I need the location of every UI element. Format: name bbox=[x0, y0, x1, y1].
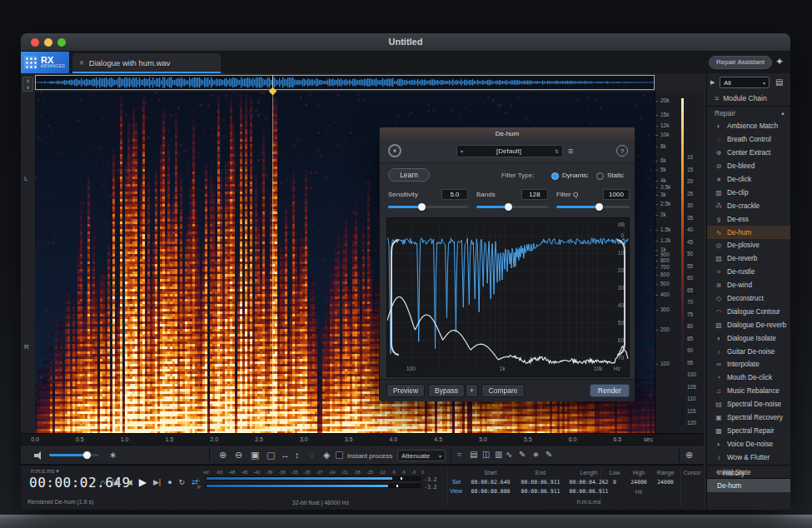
lasso-tool-icon[interactable]: ∿ bbox=[506, 451, 512, 459]
compare-button[interactable]: Compare bbox=[481, 384, 525, 397]
brush-tool-icon[interactable]: ✎ bbox=[519, 451, 526, 459]
learn-button[interactable]: Learn bbox=[388, 168, 430, 182]
filter-type-dynamic-radio[interactable] bbox=[551, 172, 559, 180]
composite-view-icon[interactable]: ▥ bbox=[495, 451, 502, 459]
list-view-icon[interactable]: ▤ bbox=[775, 77, 783, 87]
zoom-fit-icon[interactable]: ▢ bbox=[267, 451, 275, 460]
go-to-start-icon[interactable]: |◀ bbox=[112, 479, 119, 486]
spectrogram-view-icon[interactable]: ▤ bbox=[470, 451, 477, 459]
go-to-end-icon[interactable]: ▶| bbox=[153, 479, 161, 486]
module-item-ambience-match[interactable]: ◐Ambience Match bbox=[707, 120, 790, 133]
preview-button[interactable]: Preview bbox=[386, 384, 425, 397]
filter-q-slider[interactable] bbox=[556, 206, 630, 208]
close-tab-icon[interactable]: × bbox=[79, 58, 84, 67]
volume-slider[interactable] bbox=[49, 454, 99, 456]
module-item-de-wind[interactable]: ≋De-wind bbox=[707, 279, 790, 292]
loop-icon[interactable]: ↻ bbox=[179, 479, 186, 486]
split-view-icon[interactable]: ◫ bbox=[482, 451, 490, 459]
hand-tool-icon[interactable]: ◈ bbox=[323, 451, 330, 460]
zoom-selection-icon[interactable]: ▣ bbox=[251, 451, 259, 460]
module-item-mouth-de-click[interactable]: ◔Mouth De-click bbox=[707, 371, 790, 385]
module-item-de-hum[interactable]: ∿De-hum bbox=[707, 226, 790, 239]
preset-select[interactable]: ▾ [Default] ⇅ bbox=[456, 145, 563, 157]
module-item-de-bleed[interactable]: ⊘De-bleed bbox=[707, 160, 790, 173]
filter-type-static-label[interactable]: Static bbox=[607, 172, 624, 179]
history-item-de-hum[interactable]: De-hum bbox=[707, 479, 790, 492]
lasso-selection-icon[interactable]: ◌ bbox=[309, 451, 315, 460]
dehum-spectrum-graph[interactable]: dB0102030405060701001k10kHz bbox=[386, 217, 630, 377]
repair-section-header[interactable]: Repair ▲ bbox=[707, 107, 790, 119]
selection-start-value[interactable]: 00:00:02.649 bbox=[467, 479, 514, 486]
module-item-de-reverb[interactable]: ▨De-reverb bbox=[707, 252, 790, 266]
filter-type-dynamic-label[interactable]: Dynamic bbox=[562, 172, 588, 179]
module-chain-item[interactable]: ≡ Module Chain bbox=[707, 92, 790, 104]
module-item-interpolate[interactable]: ∞Interpolate bbox=[707, 358, 790, 371]
preset-menu-icon[interactable]: ≡ bbox=[568, 146, 573, 156]
module-item-dialogue-isolate[interactable]: ◖Dialogue Isolate bbox=[707, 331, 790, 345]
bands-slider[interactable] bbox=[476, 206, 548, 208]
pencil-tool-icon[interactable]: ✎ bbox=[545, 451, 552, 459]
module-item-de-click[interactable]: ∗De-click bbox=[707, 173, 790, 187]
zoom-out-icon[interactable]: ⊖ bbox=[235, 451, 242, 460]
preset-spinner-icon[interactable]: ⇅ bbox=[555, 148, 559, 154]
bands-value[interactable]: 128 bbox=[521, 189, 548, 200]
repair-assistant-button[interactable]: Repair Assistant bbox=[709, 56, 772, 69]
rewind-icon[interactable]: ◀ bbox=[127, 479, 132, 486]
module-item-breath-control[interactable]: ◌Breath Control bbox=[707, 133, 790, 147]
render-button[interactable]: Render bbox=[590, 384, 630, 397]
module-item-de-crackle[interactable]: ⁂De-crackle bbox=[707, 199, 790, 212]
file-tab[interactable]: × Dialogue with hum.wav bbox=[72, 53, 221, 73]
sensitivity-slider[interactable] bbox=[388, 206, 468, 208]
filter-q-value[interactable]: 1000 bbox=[603, 189, 630, 200]
help-icon[interactable]: ? bbox=[616, 145, 628, 157]
range-low-value[interactable]: 0 bbox=[604, 479, 625, 486]
bypass-button[interactable]: Bypass bbox=[428, 384, 465, 397]
module-item-de-rustle[interactable]: ≈De-rustle bbox=[707, 266, 790, 279]
sensitivity-value[interactable]: 5.0 bbox=[441, 189, 468, 200]
repair-assistant-wand-icon[interactable]: ✦ bbox=[775, 56, 784, 67]
time-format-select[interactable]: h:m:s.ms ▾ bbox=[31, 468, 59, 475]
instant-process-checkbox[interactable] bbox=[336, 451, 343, 459]
module-item-spectral-de-noise[interactable]: ▤Spectral De-noise bbox=[707, 398, 790, 411]
module-item-guitar-de-noise[interactable]: ♪Guitar De-noise bbox=[707, 345, 790, 358]
overview-canvas[interactable] bbox=[36, 76, 654, 89]
waveform-view-icon[interactable]: ≈ bbox=[457, 451, 462, 459]
module-item-de-clip[interactable]: ▥De-clip bbox=[707, 186, 790, 199]
module-item-dialogue-contour[interactable]: ◠Dialogue Contour bbox=[707, 305, 790, 318]
module-item-wow-flutter[interactable]: ≀Wow & Flutter bbox=[707, 451, 790, 464]
selection-unit-label[interactable]: h:m:s.ms bbox=[564, 499, 614, 505]
module-filter-select[interactable]: All ▾ bbox=[720, 77, 770, 88]
module-item-spectral-recovery[interactable]: ▣Spectral Recovery bbox=[707, 411, 790, 425]
collapse-panel-icon[interactable]: ▶ bbox=[710, 79, 715, 86]
play-icon[interactable]: ▶ bbox=[139, 477, 147, 487]
process-mode-select[interactable]: Attenuate ▾ bbox=[397, 450, 446, 461]
filter-type-static-radio[interactable] bbox=[596, 172, 604, 180]
add-button[interactable]: + bbox=[466, 384, 478, 397]
range-range-value[interactable]: 24000 bbox=[652, 479, 679, 486]
module-item-music-rebalance[interactable]: ♫Music Rebalance bbox=[707, 385, 790, 398]
range-high-value[interactable]: 24000 bbox=[625, 479, 652, 486]
module-item-dialogue-de-reverb[interactable]: ▧Dialogue De-reverb bbox=[707, 318, 790, 331]
module-item-de-plosive[interactable]: ◎De-plosive bbox=[707, 239, 790, 252]
playhead-line[interactable] bbox=[272, 92, 273, 433]
dehum-dialog-titlebar[interactable]: De-hum bbox=[380, 127, 635, 140]
module-item-center-extract[interactable]: ⊕Center Extract bbox=[707, 147, 790, 160]
frequency-selection-icon[interactable]: ↕ bbox=[295, 451, 300, 460]
module-item-spectral-repair[interactable]: ▩Spectral Repair bbox=[707, 424, 790, 437]
module-item-voice-de-noise[interactable]: ◗Voice De-noise bbox=[707, 437, 790, 451]
zoom-tool-icon[interactable]: ⊕ bbox=[685, 451, 693, 460]
record-icon[interactable]: ● bbox=[167, 479, 172, 486]
time-ruler[interactable]: sec 0.00.51.01.52.02.53.03.54.04.55.05.5… bbox=[21, 433, 704, 445]
monitor-icon[interactable]: ∩ bbox=[100, 479, 105, 486]
monitor-options-icon[interactable]: ∗ bbox=[109, 451, 117, 460]
waveform-overview[interactable] bbox=[35, 75, 655, 90]
module-item-deconstruct[interactable]: ◇Deconstruct bbox=[707, 292, 790, 306]
vertical-zoom-widget[interactable]: ∧ ∨ bbox=[22, 77, 33, 92]
history-item-initial-state[interactable]: Initial State bbox=[707, 466, 790, 479]
time-selection-icon[interactable]: ↔ bbox=[281, 451, 290, 460]
wand-tool-icon[interactable]: ∗ bbox=[532, 451, 539, 459]
selection-end-value[interactable]: 00:00:06.911 bbox=[517, 479, 564, 486]
module-item-de-ess[interactable]: §De-ess bbox=[707, 212, 790, 226]
speaker-icon[interactable] bbox=[34, 451, 44, 460]
volume-slider-knob[interactable] bbox=[83, 451, 91, 459]
